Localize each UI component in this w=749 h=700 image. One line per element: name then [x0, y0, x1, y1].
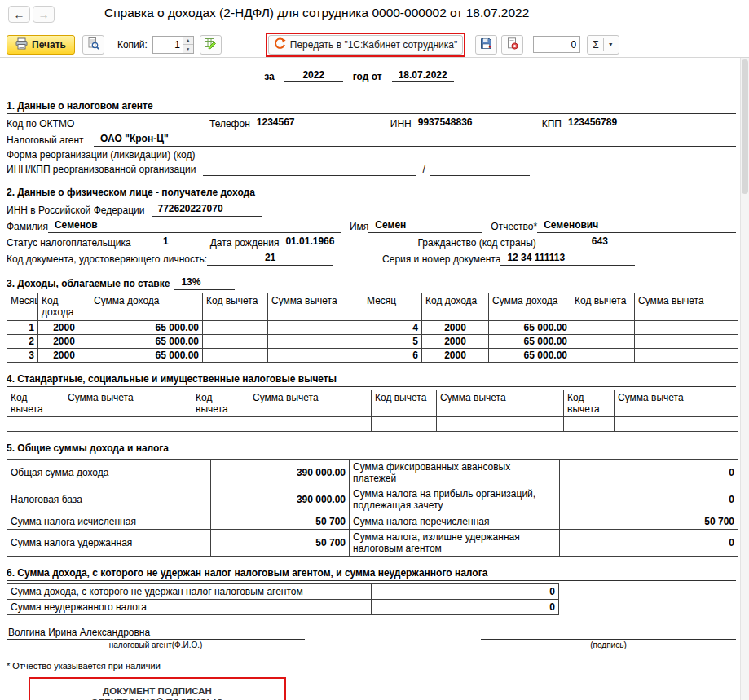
save-file-button[interactable]: *	[475, 35, 497, 55]
col-header-deduction-sum: Сумма вычета	[268, 293, 363, 321]
forward-arrow-icon: →	[38, 8, 50, 21]
birthdate-value: 01.01.1966	[279, 236, 408, 249]
back-button[interactable]: ←	[8, 6, 30, 23]
signature-line	[481, 627, 736, 640]
tax-rate-value: 13%	[174, 276, 235, 290]
kpp-label: КПП	[542, 118, 562, 130]
cell-income-sum: 65 000.00	[489, 321, 571, 335]
deductions-header-row: Код вычета Сумма вычета Код вычета Сумма…	[7, 390, 738, 417]
signature-agent-caption: налоговый агент(Ф.И.О.)	[7, 640, 305, 649]
period-year: 2022	[284, 69, 343, 82]
citizenship-value: 643	[543, 236, 657, 249]
stamp-title-line2: ЭЛЕКТРОННОЙ ПОДПИСЬЮ	[35, 697, 280, 700]
income-table: Месяц Код дохода Сумма дохода Код вычета…	[7, 293, 738, 363]
total-label: Сумма налога исчисленная	[7, 513, 211, 530]
total-value: 0	[560, 530, 738, 557]
doccode-value: 21	[207, 252, 333, 266]
totals-row: Сумма налога исчисленная 50 700 Сумма на…	[7, 513, 738, 530]
innkpp-slash: /	[423, 164, 425, 176]
preview-button[interactable]	[82, 35, 104, 55]
col-header-deduction-code: Код вычета	[372, 390, 437, 417]
section3-title-row: 3. Доходы, облагаемые по ставке 13%	[7, 276, 736, 290]
cell-month: 2	[7, 335, 38, 349]
counter-field[interactable]	[533, 36, 580, 53]
middlename-value: Семенович	[537, 219, 736, 233]
transfer-button-annotation: Передать в "1С:Кабинет сотрудника"	[266, 33, 465, 57]
cell-income-code: 2000	[422, 335, 489, 349]
spinner-up-button[interactable]: ▲	[183, 37, 193, 46]
oktmo-label: Код по ОКТМО	[7, 118, 94, 130]
period-date: 18.07.2022	[392, 69, 454, 82]
scrollbar-thumb[interactable]	[742, 59, 748, 194]
phone-value: 1234567	[250, 117, 379, 130]
forward-button[interactable]: →	[33, 6, 55, 23]
preview-icon	[87, 37, 99, 52]
agent-row-4: ИНН/КПП реорганизованной организации /	[7, 164, 736, 176]
phone-label: Телефон	[209, 118, 250, 130]
page-title: Справка о доходах (2-НДФЛ) для сотрудник…	[104, 6, 529, 20]
copies-input[interactable]	[153, 37, 183, 53]
cell-deduction-code	[372, 417, 437, 432]
totals-row: Налоговая база 390 000.00 Сумма налога н…	[7, 486, 738, 513]
birthdate-label: Дата рождения	[210, 237, 280, 249]
cell-income-sum: 65 000.00	[90, 349, 203, 363]
col-header-deduction-sum: Сумма вычета	[249, 390, 372, 417]
person-inn-label: ИНН в Российской Федерации	[7, 205, 145, 217]
unwithheld-row: Сумма дохода, с которого не удержан нало…	[7, 584, 559, 600]
signature-block: Волгина Ирина Александровна налоговый аг…	[7, 627, 736, 649]
docnum-value: 12 34 111113	[500, 252, 635, 266]
printer-icon	[15, 37, 28, 52]
firstname-value: Семен	[368, 219, 482, 233]
signature-stamp-button[interactable]	[501, 35, 523, 55]
status-label: Статус налогоплательщика	[7, 237, 131, 249]
cell-deduction-sum	[268, 321, 363, 335]
total-value: 50 700	[211, 513, 350, 530]
window-header: ← → Справка о доходах (2-НДФЛ) для сотру…	[0, 0, 749, 58]
total-value: 50 700	[560, 513, 738, 530]
agent-row-2: Налоговый агент ОАО "Крон-Ц"	[7, 133, 736, 147]
table-settings-button[interactable]	[200, 35, 222, 55]
cell-deduction-sum	[615, 417, 738, 432]
table-edit-icon	[205, 37, 217, 52]
spinner-down-button[interactable]: ▼	[183, 45, 193, 53]
lastname-value: Семенов	[48, 219, 341, 233]
reorg-label: Форма реорганизации (ликвидации) (код)	[7, 149, 195, 161]
cell-deduction-code	[571, 349, 635, 363]
cell-income-sum: 65 000.00	[489, 349, 571, 363]
section4-title: 4. Стандартные, социальные и имущественн…	[7, 372, 736, 387]
period-prefix: за	[264, 71, 274, 82]
col-header-deduction-sum: Сумма вычета	[437, 390, 564, 417]
totals-row: Сумма налога удержанная 50 700 Сумма нал…	[7, 530, 738, 557]
cell-deduction-code	[571, 321, 635, 335]
middlename-label: Отчество*	[491, 221, 537, 233]
section1-title: 1. Данные о налоговом агенте	[7, 99, 736, 114]
transfer-button[interactable]: Передать в "1С:Кабинет сотрудника"	[268, 35, 463, 55]
spinner-buttons: ▲ ▼	[183, 37, 193, 53]
section6-title: 6. Сумма дохода, с которого не удержан н…	[7, 566, 736, 581]
person-row-1: ИНН в Российской Федерации 772620227070	[7, 203, 736, 217]
signature-field: (подпись)	[481, 627, 736, 649]
total-value: 0	[560, 486, 738, 513]
total-label: Сумма фиксированных авансовых платежей	[350, 460, 560, 486]
cell-income-code: 2000	[38, 349, 90, 363]
print-button[interactable]: Печать	[7, 35, 75, 55]
cell-deduction-code	[564, 417, 615, 432]
total-label: Сумма налога на прибыль организаций, под…	[350, 486, 560, 513]
toolbar: Печать Копий: ▲ ▼ Передать в "1С:Кабинет…	[7, 33, 619, 55]
vertical-scrollbar[interactable]	[740, 58, 749, 700]
col-header-income-sum: Сумма дохода	[90, 293, 203, 321]
cell-deduction-sum	[635, 335, 738, 349]
unwithheld-value: 0	[372, 584, 559, 600]
income-row: 1 2000 65 000.00 4 2000 65 000.00	[7, 321, 738, 335]
col-header-deduction-code: Код вычета	[7, 390, 64, 417]
income-row: 2 2000 65 000.00 5 2000 65 000.00	[7, 335, 738, 349]
sum-button[interactable]: Σ ▼	[587, 35, 619, 55]
reorg-innkpp-label: ИНН/КПП реорганизованной организации	[7, 164, 196, 176]
cell-deduction-sum	[268, 335, 363, 349]
cell-income-sum: 65 000.00	[489, 335, 571, 349]
doccode-label: Код документа, удостоверяющего личность:	[7, 253, 207, 266]
col-header-deduction-sum: Сумма вычета	[615, 390, 738, 417]
col-header-deduction-code: Код вычета	[192, 390, 249, 417]
cell-deduction-sum	[268, 349, 363, 363]
cell-month: 6	[363, 349, 422, 363]
